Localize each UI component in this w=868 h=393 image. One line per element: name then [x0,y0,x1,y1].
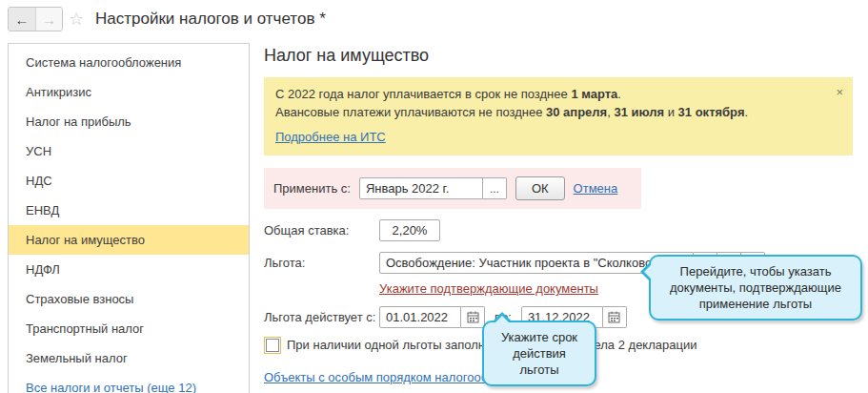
cancel-link[interactable]: Отмена [574,181,618,196]
sidebar-item-transport-tax[interactable]: Транспортный налог [9,314,249,343]
sidebar-more-row: Все налоги и отчеты (еще 12) [9,373,249,393]
exemption-label: Льгота: [264,256,379,270]
section-heading: Налог на имущество [264,46,853,66]
confirming-documents-link[interactable]: Укажите подтверждающие документы [379,281,598,296]
sidebar-item-usn[interactable]: УСН [9,136,249,166]
sidebar-item-ndfl[interactable]: НДФЛ [9,255,249,284]
sidebar-item-anticrisis[interactable]: Антикризис [9,77,249,107]
rate-input[interactable] [379,219,440,241]
tax-sections-sidebar: Система налогообложения Антикризис Налог… [8,43,250,393]
period-from-input[interactable] [379,306,461,328]
notice-line-1: С 2022 года налог уплачивается в срок не… [275,85,828,103]
rate-row: Общая ставка: [264,219,853,241]
period-picker-icon[interactable]: ... [483,177,507,199]
period-tooltip: Укажите срок действия льготы [482,321,596,386]
apply-from-label: Применить с: [273,181,351,196]
sidebar-item-taxation-system[interactable]: Система налогообложения [9,48,249,77]
calendar-icon[interactable] [461,306,485,328]
its-details-link[interactable]: Подробнее на ИТС [275,128,386,146]
sidebar-item-property-tax[interactable]: Налог на имущество [9,225,249,255]
single-sheet-checkbox[interactable] [266,339,279,352]
rate-label: Общая ставка: [264,223,379,238]
apply-period-input[interactable] [359,177,483,199]
docs-tooltip: Перейдите, чтобы указать документы, подт… [649,255,862,321]
period-from-label: Льгота действует с: [264,310,379,324]
sidebar-item-nds[interactable]: НДС [9,166,249,196]
calendar-icon[interactable] [603,306,627,328]
sidebar-item-insurance[interactable]: Страховые взносы [9,284,249,314]
forward-icon: → [35,8,62,31]
notice-close-icon[interactable]: × [836,83,843,101]
all-taxes-link[interactable]: Все налоги и отчеты (еще 12) [26,381,196,393]
nav-button-group: ← → [8,7,63,31]
ok-button[interactable]: ОК [515,176,565,200]
notice-line-2: Авансовые платежи уплачиваются не поздне… [275,103,828,121]
favorite-star-icon[interactable]: ☆ [69,9,84,30]
sidebar-item-profit-tax[interactable]: Налог на прибыль [9,107,249,136]
sidebar-item-land-tax[interactable]: Земельный налог [9,343,249,373]
window-header: ← → ☆ Настройки налогов и отчетов * [0,0,868,42]
apply-bar: Применить с: ... ОК Отмена [264,168,641,209]
deadline-notice: × С 2022 года налог уплачивается в срок … [264,77,853,155]
sidebar-item-envd[interactable]: ЕНВД [9,196,249,225]
back-icon[interactable]: ← [9,8,35,31]
page-title: Настройки налогов и отчетов * [95,10,326,29]
